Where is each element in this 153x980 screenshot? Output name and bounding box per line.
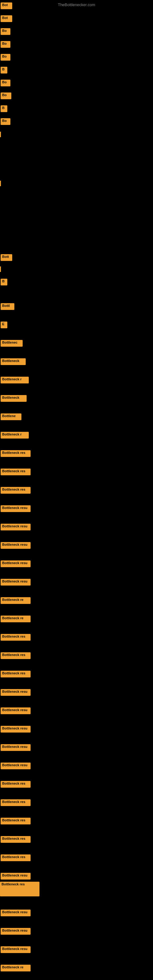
- badge-32: Bottleneck res: [1, 652, 30, 659]
- badge-47: Bottleneck resu: [1, 928, 30, 935]
- badge-24: Bottleneck resu: [1, 505, 30, 512]
- badge-29: Bottleneck re: [1, 597, 30, 604]
- badge-4: Bo: [1, 41, 10, 48]
- badge-36: Bottleneck resu: [1, 726, 30, 733]
- badge-41: Bottleneck res: [1, 818, 30, 824]
- badge-15: Bottlenec: [1, 340, 22, 347]
- badge-35: Bottleneck resu: [1, 708, 30, 714]
- badge-20: Bottleneck r: [1, 432, 29, 439]
- badge-28: Bottleneck resu: [1, 579, 30, 585]
- badge-37: Bottleneck resu: [1, 744, 30, 751]
- badge-19: Bottlene: [1, 414, 21, 420]
- badge-11: Bott: [1, 254, 12, 261]
- badge-2: Bot: [1, 15, 12, 22]
- badge-38: Bottleneck resu: [1, 762, 30, 769]
- badge-33: Bottleneck res: [1, 671, 30, 678]
- badge-16: Bottleneck: [1, 358, 26, 365]
- badge-30: Bottleneck re: [1, 616, 30, 622]
- badge-25: Bottleneck resu: [1, 524, 30, 530]
- badge-5: Bo: [1, 54, 10, 60]
- badge-7: Bo: [1, 80, 10, 86]
- badge-10: Bo: [1, 118, 10, 125]
- marker-3: [0, 266, 1, 272]
- badge-45: Bottleneck res: [0, 882, 40, 896]
- badge-18: Bottleneck: [1, 395, 27, 402]
- badge-3: Bo: [1, 28, 10, 35]
- badge-42: Bottleneck res: [1, 836, 30, 843]
- badge-49: Bottleneck re: [1, 965, 30, 971]
- badge-22: Bottleneck res: [1, 469, 30, 475]
- badge-13: Bottl: [1, 303, 14, 310]
- badge-12: B: [1, 279, 7, 285]
- marker-1: [0, 132, 1, 137]
- badge-31: Bottleneck res: [1, 634, 30, 641]
- badge-26: Bottleneck resu: [1, 542, 30, 549]
- badge-40: Bottleneck res: [1, 799, 30, 806]
- badge-39: Bottleneck res: [1, 781, 30, 788]
- badge-9: B: [1, 105, 7, 112]
- badge-23: Bottleneck res: [1, 487, 30, 494]
- badge-1: Bot: [1, 2, 12, 9]
- badge-27: Bottleneck resu: [1, 560, 30, 567]
- badge-21: Bottleneck res: [1, 450, 30, 457]
- badge-6: B: [1, 67, 7, 73]
- badge-17: Bottleneck r: [1, 377, 29, 383]
- badge-46: Bottleneck resu: [1, 910, 30, 916]
- badge-44: Bottleneck resu: [1, 873, 30, 880]
- badge-43: Bottleneck res: [1, 854, 30, 861]
- badge-14: E: [1, 321, 7, 328]
- marker-2: [0, 181, 1, 186]
- badge-8: Bo: [1, 92, 11, 99]
- site-title: TheBottlenecker.com: [58, 2, 95, 7]
- badge-48: Bottleneck resu: [1, 946, 30, 953]
- badge-34: Bottleneck resu: [1, 689, 30, 696]
